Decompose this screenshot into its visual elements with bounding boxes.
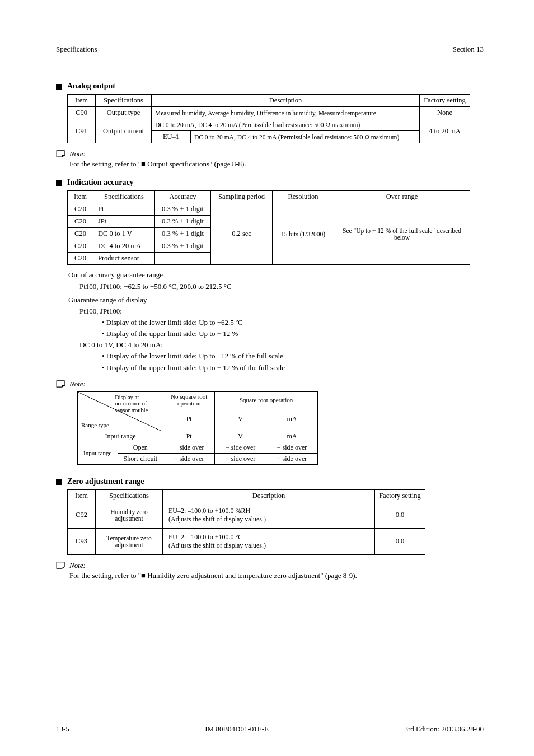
note-body: For the setting, refer to "■ Output spec… — [69, 159, 246, 169]
cell: DC 0 to 1 V — [93, 228, 155, 240]
cell: V — [215, 408, 266, 431]
cell: mA — [266, 408, 318, 431]
section-title: Zero adjustment range — [67, 477, 144, 486]
diag-bottom-left: Range type — [81, 422, 109, 428]
cell: EU–2: –100.0 to +100.0 %RH (Adjusts the … — [163, 502, 375, 528]
cell: 4 to 20 mA — [420, 119, 470, 143]
cell: 0.0 — [375, 502, 425, 528]
cell: 15 bits (1/32000) — [273, 203, 334, 265]
cell: 0.2 sec — [211, 203, 273, 265]
cell: C92 — [68, 502, 96, 528]
note-accuracy: Note: — [56, 379, 484, 389]
square-bullet-icon — [56, 84, 62, 90]
cell: — — [155, 253, 211, 265]
cell: EU–2: –100.0 to +100.0 °C (Adjusts the s… — [163, 528, 375, 554]
cell: − side over — [266, 442, 318, 453]
cell: 0.3 % + 1 digit — [155, 203, 211, 216]
table-row: C20 Pt 0.3 % + 1 digit 0.2 sec 15 bits (… — [68, 203, 470, 216]
cell: C20 — [68, 216, 93, 228]
cell: Pt — [93, 203, 155, 216]
note-body: For the setting, refer to "■ Humidity ze… — [69, 571, 357, 581]
cell: Humidity zero adjustment — [96, 502, 163, 528]
th: Item — [68, 489, 96, 502]
note-zero: Note: For the setting, refer to "■ Humid… — [56, 561, 484, 581]
cell: − side over — [163, 453, 215, 464]
cell: Temperature zero adjustment — [96, 528, 163, 554]
label-guarantee: Guarantee range of display — [68, 295, 147, 306]
table-header-row: Item Specifications Accuracy Sampling pe… — [68, 191, 470, 203]
cell: 0.3 % + 1 digit — [155, 216, 211, 228]
text: • Display of the lower limit side: Up to… — [102, 351, 484, 362]
text: DC 0 to 1V, DC 4 to 20 mA: — [79, 339, 484, 351]
note-icon — [56, 561, 66, 569]
table-row: C91 Output current DC 0 to 20 mA, DC 4 t… — [68, 119, 470, 131]
note-label: Note: — [69, 561, 357, 571]
section-title: Analog output — [67, 82, 115, 91]
cell: − side over — [266, 453, 318, 464]
note-label: Note: — [69, 149, 246, 159]
th: Factory setting — [375, 489, 425, 502]
th: Description — [163, 489, 375, 502]
cell: − side over — [215, 453, 266, 464]
zero-adjustment-table: Item Specifications Description Factory … — [67, 489, 425, 555]
text: • Display of the upper limit side: Up to… — [102, 328, 484, 339]
cell: EU–1 — [152, 131, 191, 143]
cell: Output type — [96, 107, 152, 119]
cell: C20 — [68, 253, 93, 265]
cell: DC 0 to 20 mA, DC 4 to 20 mA (Permissibl… — [191, 131, 420, 143]
diagonal-header-cell: Display at occurrence of sensor trouble … — [78, 391, 163, 431]
header-left: Specifications — [56, 45, 97, 54]
section-accuracy: Indication accuracy — [56, 178, 484, 187]
sensor-trouble-table: Display at occurrence of sensor trouble … — [77, 391, 318, 465]
cell: No square root operation — [163, 391, 215, 408]
th: Sampling period — [211, 191, 273, 203]
accuracy-extra-block: Out of accuracy guarantee range Pt100, J… — [68, 269, 484, 373]
cell: C20 — [68, 203, 93, 216]
footer-docid: IM 80B04D01-01E-E — [69, 725, 405, 734]
cell: C20 — [68, 228, 93, 240]
text: Pt100, JPt100: −62.5 to −50.0 °C, 200.0 … — [79, 281, 484, 292]
cell: Open — [118, 442, 163, 453]
footer-edition: 3rd Edition: 2013.06.28-00 — [404, 725, 484, 734]
cell: C20 — [68, 240, 93, 253]
note-icon — [56, 150, 66, 157]
table-row: C92 Humidity zero adjustment EU–2: –100.… — [68, 502, 425, 528]
cell: Square root operation — [215, 391, 318, 408]
th-spec: Specifications — [96, 95, 152, 107]
footer-pagenum: 13-5 — [56, 725, 69, 734]
header-right: Section 13 — [453, 45, 484, 54]
cell: Input range — [78, 431, 163, 442]
cell: Measured humidity, Average humidity, Dif… — [152, 107, 420, 119]
note-icon — [56, 380, 66, 388]
th: Over-range — [334, 191, 470, 203]
table-row: Display at occurrence of sensor trouble … — [78, 391, 318, 408]
table-row: Input range Open + side over − side over… — [78, 442, 318, 453]
page-header: Specifications Section 13 — [56, 45, 484, 54]
cell: Pt — [163, 431, 215, 442]
cell: 0.0 — [375, 528, 425, 554]
cell: DC 0 to 20 mA, DC 4 to 20 mA (Permissibl… — [152, 119, 420, 131]
table-header-row: Item Specifications Description Factory … — [68, 95, 470, 107]
cell: See "Up to + 12 % of the full scale" des… — [334, 203, 470, 265]
th-item: Item — [68, 95, 96, 107]
th: Item — [68, 191, 93, 203]
cell: Output current — [96, 119, 152, 143]
cell: + side over — [163, 442, 215, 453]
cell: None — [420, 107, 470, 119]
note-label: Note: — [69, 379, 86, 389]
page-footer: 13-5 IM 80B04D01-01E-E 3rd Edition: 2013… — [56, 725, 484, 734]
cell: mA — [266, 431, 318, 442]
note-analog: Note: For the setting, refer to "■ Outpu… — [56, 149, 484, 169]
th-factory: Factory setting — [420, 95, 470, 107]
text: Pt100, JPt100: — [79, 306, 484, 317]
cell: Product sensor — [93, 253, 155, 265]
accuracy-table: Item Specifications Accuracy Sampling pe… — [67, 190, 470, 265]
table-row: C93 Temperature zero adjustment EU–2: –1… — [68, 528, 425, 554]
cell: JPt — [93, 216, 155, 228]
analog-output-table: Item Specifications Description Factory … — [67, 94, 470, 143]
square-bullet-icon — [56, 479, 62, 485]
cell: − side over — [215, 442, 266, 453]
label-out-of-range: Out of accuracy guarantee range — [68, 269, 163, 281]
cell: DC 4 to 20 mA — [93, 240, 155, 253]
cell: Pt — [163, 408, 215, 431]
